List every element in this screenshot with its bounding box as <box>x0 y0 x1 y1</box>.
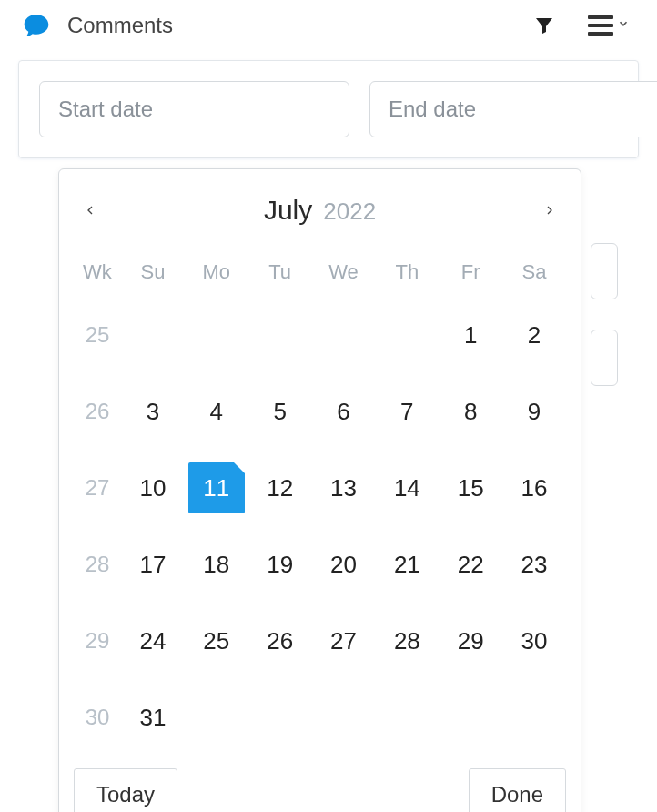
week-number: 30 <box>74 705 121 730</box>
calendar-day[interactable]: 20 <box>312 539 376 590</box>
calendar-day[interactable]: 21 <box>375 539 439 590</box>
calendar-day[interactable]: 31 <box>121 692 185 743</box>
calendar-month: July <box>264 195 312 226</box>
prev-month-button[interactable] <box>79 199 101 221</box>
week-number: 29 <box>74 628 121 654</box>
calendar-day[interactable]: 28 <box>375 615 439 666</box>
calendar-day[interactable]: 12 <box>248 462 312 513</box>
next-month-button[interactable] <box>539 199 561 221</box>
calendar-day[interactable]: 3 <box>121 386 185 437</box>
background-field <box>591 330 618 386</box>
calendar-day[interactable]: 8 <box>439 386 502 437</box>
calendar-title[interactable]: July 2022 <box>264 195 376 226</box>
topbar-left: Comments <box>0 11 173 40</box>
date-inputs-row <box>39 81 618 137</box>
calendar-day[interactable]: 19 <box>248 539 312 590</box>
calendar-day[interactable]: 29 <box>439 615 502 666</box>
dow-header: Mo <box>185 260 248 284</box>
calendar-day[interactable]: 17 <box>121 539 185 590</box>
hamburger-icon <box>588 15 613 36</box>
calendar-day[interactable]: 25 <box>185 615 248 666</box>
calendar-day[interactable]: 14 <box>375 462 439 513</box>
calendar-day[interactable]: 9 <box>502 386 566 437</box>
today-button[interactable]: Today <box>74 768 177 812</box>
comment-icon <box>22 11 51 40</box>
week-column-header: Wk <box>74 260 121 284</box>
calendar-day[interactable]: 27 <box>312 615 376 666</box>
week-number: 27 <box>74 475 121 501</box>
topbar: Comments <box>0 0 657 51</box>
calendar-day[interactable]: 11 <box>188 462 245 513</box>
dow-header: Fr <box>439 260 502 284</box>
calendar-day[interactable]: 16 <box>502 462 566 513</box>
dow-header: Tu <box>248 260 312 284</box>
calendar-grid: WkSuMoTuWeThFrSa251226345678927101112131… <box>74 260 566 743</box>
calendar-day[interactable]: 2 <box>502 310 566 360</box>
background-field <box>591 243 618 299</box>
calendar-year: 2022 <box>323 198 376 226</box>
calendar-day[interactable]: 4 <box>185 386 248 437</box>
dow-header: Su <box>121 260 185 284</box>
menu-button[interactable] <box>588 15 630 36</box>
calendar-day[interactable]: 13 <box>312 462 376 513</box>
done-button[interactable]: Done <box>469 768 566 812</box>
calendar-day[interactable]: 15 <box>439 462 502 513</box>
dow-header: Sa <box>502 260 566 284</box>
calendar-day[interactable]: 18 <box>185 539 248 590</box>
week-number: 26 <box>74 399 121 424</box>
calendar-day[interactable]: 5 <box>248 386 312 437</box>
dow-header: We <box>312 260 376 284</box>
calendar-day[interactable]: 1 <box>439 310 502 360</box>
calendar-day[interactable]: 24 <box>121 615 185 666</box>
dow-header: Th <box>375 260 439 284</box>
calendar-day[interactable]: 10 <box>121 462 185 513</box>
week-number: 28 <box>74 552 121 577</box>
chevron-down-icon <box>617 17 630 34</box>
end-date-input[interactable] <box>369 81 657 137</box>
calendar-footer: Today Done <box>74 754 566 812</box>
calendar-day[interactable]: 30 <box>502 615 566 666</box>
datepicker-popup: July 2022 WkSuMoTuWeThFrSa25122634567892… <box>58 168 581 812</box>
filter-icon[interactable] <box>533 15 555 36</box>
page-title: Comments <box>67 13 173 38</box>
calendar-day[interactable]: 6 <box>312 386 376 437</box>
calendar-day[interactable]: 22 <box>439 539 502 590</box>
week-number: 25 <box>74 322 121 348</box>
calendar-day[interactable]: 26 <box>248 615 312 666</box>
calendar-day[interactable]: 7 <box>375 386 439 437</box>
start-date-input[interactable] <box>39 81 349 137</box>
calendar-header: July 2022 <box>74 186 566 244</box>
date-filter-panel <box>18 60 639 158</box>
calendar-day[interactable]: 23 <box>502 539 566 590</box>
